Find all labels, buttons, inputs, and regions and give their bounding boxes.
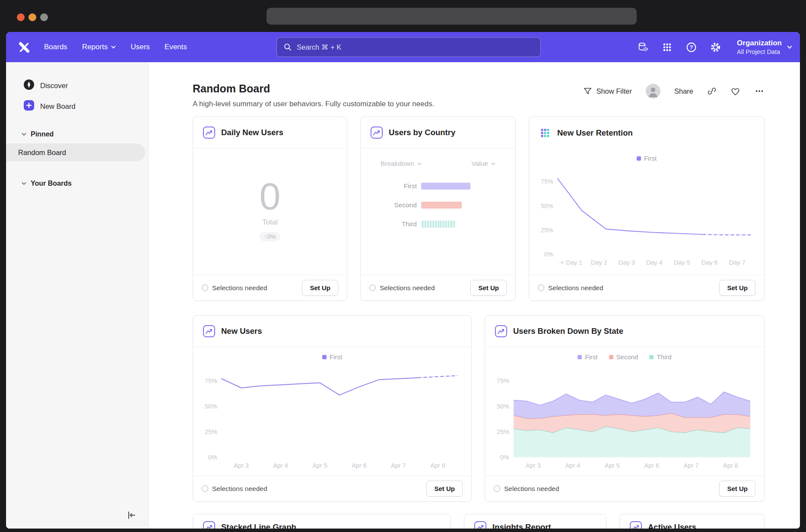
card-title: New Users xyxy=(221,326,262,336)
status-label: Selections needed xyxy=(380,284,435,292)
svg-text:Apr 5: Apr 5 xyxy=(605,462,620,469)
svg-text:0%: 0% xyxy=(500,454,509,461)
status-circle-icon xyxy=(202,485,208,492)
country-controls: Breakdown Value xyxy=(361,160,515,168)
chevron-down-icon xyxy=(417,162,422,165)
favorite-button[interactable] xyxy=(730,86,740,96)
nav-item-label: Reports xyxy=(82,43,108,51)
set-up-button[interactable]: Set Up xyxy=(302,280,338,296)
card-header: New Users xyxy=(193,316,471,347)
metric-body: 0 Total ↑0% xyxy=(193,149,347,275)
svg-text:Apr 3: Apr 3 xyxy=(234,462,249,469)
copy-link-button[interactable] xyxy=(707,86,717,96)
set-up-button[interactable]: Set Up xyxy=(470,280,507,296)
more-options-button[interactable] xyxy=(754,86,765,96)
chart-legend: First xyxy=(529,155,764,162)
cards-row-1: Daily New Users 0 Total ↑0% Selections n… xyxy=(193,117,765,301)
window-close-button[interactable] xyxy=(17,13,25,21)
nav-item-reports[interactable]: Reports xyxy=(82,43,116,51)
state-chart: 75%50%25%0%Apr 3Apr 4Apr 5Apr 6Apr 7Apr … xyxy=(492,363,757,471)
app-window: Boards Reports Users Events xyxy=(6,32,800,529)
browser-address-bar[interactable] xyxy=(267,8,637,25)
card-new-users: New Users First 75%50%25%0%Apr 3Apr 4Apr… xyxy=(193,315,472,502)
nav-item-users[interactable]: Users xyxy=(130,43,149,51)
nav-item-events[interactable]: Events xyxy=(165,43,187,51)
settings-button[interactable] xyxy=(707,38,724,56)
board-main: Random Board A high-level summary of use… xyxy=(149,62,800,529)
window-zoom-button[interactable] xyxy=(40,13,48,21)
search-input[interactable] xyxy=(297,43,534,51)
cards-row-2: New Users First 75%50%25%0%Apr 3Apr 4Apr… xyxy=(193,315,765,502)
compass-icon xyxy=(23,79,35,92)
card-daily-new-users: Daily New Users 0 Total ↑0% Selections n… xyxy=(193,117,347,301)
country-row-label: Second xyxy=(361,201,417,209)
user-icon xyxy=(646,84,660,98)
card-users-by-country: Users by Country Breakdown Value FirstSe… xyxy=(360,117,516,301)
nav-actions: ? Organization All Project Data xyxy=(634,38,792,56)
window-minimize-button[interactable] xyxy=(29,13,36,21)
svg-text:Apr 5: Apr 5 xyxy=(312,462,327,469)
apps-grid-button[interactable] xyxy=(658,38,676,56)
new-users-chart: 75%50%25%0%Apr 3Apr 4Apr 5Apr 6Apr 7Apr … xyxy=(200,363,464,471)
line-chart-icon xyxy=(370,126,383,139)
sidebar-item-new-board[interactable]: New Board xyxy=(6,96,148,117)
set-up-button[interactable]: Set Up xyxy=(719,280,755,296)
country-row: Second xyxy=(361,201,515,209)
sidebar-section-pinned[interactable]: Pinned xyxy=(6,125,148,143)
metric-value: 0 xyxy=(260,177,281,215)
dropdown-label: Value xyxy=(472,160,489,168)
legend-swatch xyxy=(609,355,613,359)
sidebar-collapse-button[interactable] xyxy=(124,509,139,522)
sidebar-item-random-board[interactable]: Random Board xyxy=(6,143,145,162)
svg-text:Day 3: Day 3 xyxy=(619,259,635,266)
svg-text:Day 2: Day 2 xyxy=(591,259,607,266)
nav-item-boards[interactable]: Boards xyxy=(44,43,67,51)
svg-text:Apr 8: Apr 8 xyxy=(430,462,445,469)
country-row-bar xyxy=(421,221,456,228)
status-label: Selections needed xyxy=(504,485,559,493)
traffic-lights xyxy=(17,13,52,21)
status-circle-icon xyxy=(494,485,500,492)
legend-label: Second xyxy=(616,353,638,361)
global-search[interactable] xyxy=(276,37,541,57)
svg-text:50%: 50% xyxy=(541,203,553,209)
svg-text:Apr 3: Apr 3 xyxy=(526,462,541,469)
card-footer: Selections needed Set Up xyxy=(361,275,515,301)
breakdown-dropdown[interactable]: Breakdown xyxy=(381,160,422,168)
sidebar-item-label: New Board xyxy=(40,102,76,111)
page-subtitle: A high-level summary of user behaviors. … xyxy=(193,99,434,109)
value-dropdown[interactable]: Value xyxy=(472,160,496,168)
sidebar-section-your-boards[interactable]: Your Boards xyxy=(6,174,148,193)
gear-icon xyxy=(710,41,721,53)
board-toolbar: Show Filter Share xyxy=(583,84,765,98)
sidebar-item-discover[interactable]: Discover xyxy=(6,75,148,96)
card-header: Daily New Users xyxy=(193,117,347,149)
chevron-down-icon xyxy=(22,133,26,136)
data-management-button[interactable] xyxy=(634,38,651,56)
sidebar-item-label: Random Board xyxy=(18,149,66,157)
set-up-button[interactable]: Set Up xyxy=(719,481,755,497)
chevron-down-icon xyxy=(22,182,26,185)
mixpanel-logo[interactable] xyxy=(17,40,31,54)
org-switcher[interactable]: Organization All Project Data xyxy=(737,38,792,55)
primary-nav: Boards Reports Users Events xyxy=(44,43,187,51)
svg-text:75%: 75% xyxy=(205,377,217,384)
card-header: Stacked Line Graph xyxy=(193,514,451,529)
help-button[interactable]: ? xyxy=(682,38,700,56)
svg-text:75%: 75% xyxy=(541,178,553,185)
search-icon xyxy=(283,42,292,52)
share-button[interactable]: Share xyxy=(674,87,693,95)
avatar[interactable] xyxy=(646,84,660,98)
metric-delta: ↑0% xyxy=(260,232,280,241)
top-nav: Boards Reports Users Events xyxy=(6,32,800,62)
country-row: Third xyxy=(361,220,515,228)
status-selections-needed: Selections needed xyxy=(494,485,559,493)
line-chart-icon xyxy=(203,126,216,139)
svg-text:Apr 4: Apr 4 xyxy=(565,462,581,469)
show-filter-button[interactable]: Show Filter xyxy=(583,87,632,96)
country-row-bar xyxy=(421,202,462,209)
chevron-down-icon xyxy=(111,45,116,49)
set-up-button[interactable]: Set Up xyxy=(426,481,463,497)
sidebar-section-label: Your Boards xyxy=(31,180,72,187)
legend-label: First xyxy=(330,353,342,361)
